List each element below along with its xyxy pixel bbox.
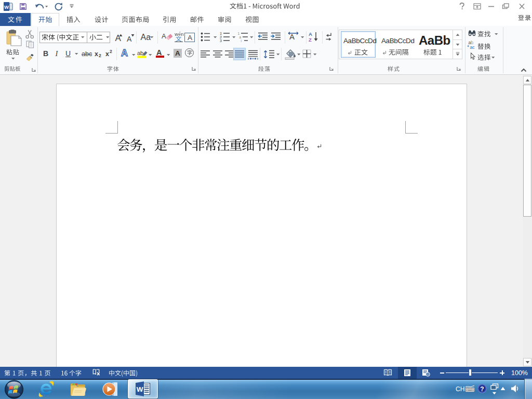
svg-text:ab: ab — [137, 50, 143, 56]
svg-text:i: i — [241, 39, 242, 43]
svg-text:3: 3 — [220, 39, 222, 43]
svg-text:Z: Z — [309, 37, 312, 43]
svg-text:a: a — [240, 35, 242, 39]
svg-text:W: W — [4, 4, 9, 10]
svg-text:?: ? — [480, 385, 484, 393]
svg-text:A: A — [309, 31, 312, 37]
svg-text:A: A — [162, 32, 166, 40]
svg-text:2: 2 — [220, 35, 222, 39]
svg-text:W: W — [137, 385, 143, 393]
svg-text:c: c — [472, 45, 475, 50]
